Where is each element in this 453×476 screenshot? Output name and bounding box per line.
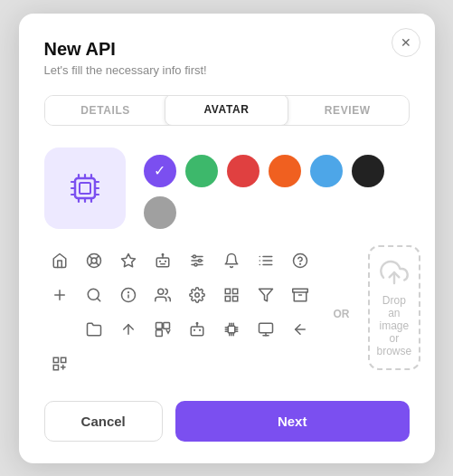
icon-archive[interactable]	[285, 280, 316, 310]
icon-help-circle[interactable]	[285, 245, 316, 276]
color-option-gray[interactable]	[144, 196, 176, 229]
icon-filter[interactable]	[250, 280, 281, 310]
icon-lifering[interactable]	[79, 245, 109, 276]
tab-review[interactable]: REVIEW	[287, 96, 408, 125]
svg-rect-51	[225, 296, 230, 300]
svg-marker-53	[259, 289, 272, 301]
color-palette: ✓	[144, 148, 410, 229]
svg-rect-21	[156, 258, 169, 267]
footer: Cancel Next	[44, 401, 410, 442]
svg-rect-58	[163, 322, 169, 328]
svg-line-17	[96, 262, 99, 265]
icon-chip[interactable]	[216, 314, 247, 345]
next-button[interactable]: Next	[175, 401, 410, 442]
svg-rect-83	[53, 365, 58, 369]
icon-components[interactable]	[147, 314, 178, 345]
svg-rect-59	[156, 329, 162, 336]
icon-settings[interactable]	[182, 280, 212, 310]
svg-point-30	[198, 259, 201, 262]
tab-details[interactable]: DETAILS	[45, 96, 166, 125]
icon-grid-plus[interactable]	[44, 348, 75, 379]
color-option-black[interactable]	[352, 155, 384, 187]
icon-robot[interactable]	[147, 245, 178, 276]
icons-grid-wrap	[44, 245, 316, 383]
svg-rect-49	[225, 289, 230, 293]
or-label: OR	[330, 308, 354, 320]
icon-bell[interactable]	[216, 245, 247, 276]
icon-home[interactable]	[44, 245, 75, 276]
icons-grid	[44, 245, 316, 379]
close-button[interactable]: ✕	[392, 28, 420, 57]
color-option-red[interactable]	[227, 155, 260, 187]
modal-subtitle: Let's fill the necessary info first!	[44, 63, 410, 77]
icon-info[interactable]	[113, 280, 144, 310]
color-option-blue[interactable]	[310, 155, 343, 187]
svg-point-47	[157, 289, 163, 294]
svg-rect-64	[228, 326, 235, 333]
icon-folder[interactable]	[79, 314, 109, 345]
icon-sort[interactable]	[113, 314, 144, 345]
svg-marker-20	[121, 253, 135, 266]
svg-point-48	[194, 292, 199, 297]
svg-line-16	[89, 255, 91, 258]
icon-star[interactable]	[113, 245, 144, 276]
icons-section: OR Drop an image or browse	[44, 245, 410, 383]
icon-monitor[interactable]	[250, 314, 281, 345]
svg-point-22	[162, 253, 164, 255]
svg-rect-0	[75, 178, 95, 198]
svg-line-18	[96, 255, 99, 258]
icon-placeholder-1	[44, 314, 75, 345]
avatar-section: ✓	[44, 148, 410, 229]
modal: ✕ New API Let's fill the necessary info …	[19, 14, 435, 463]
svg-rect-1	[80, 183, 90, 194]
icon-grid[interactable]	[216, 280, 247, 310]
svg-line-19	[89, 262, 91, 265]
svg-point-31	[194, 263, 197, 266]
drop-zone-label: Drop an image or browse	[377, 294, 412, 357]
upload-icon	[380, 258, 409, 287]
svg-rect-77	[259, 323, 272, 333]
svg-rect-52	[232, 296, 237, 300]
svg-rect-81	[53, 357, 58, 362]
svg-rect-54	[292, 289, 307, 292]
svg-rect-60	[191, 327, 203, 336]
cancel-button[interactable]: Cancel	[44, 401, 163, 442]
icon-search[interactable]	[79, 280, 109, 310]
chip-icon	[63, 167, 107, 210]
tabs: DETAILS AVATAR REVIEW	[44, 95, 410, 126]
color-option-green[interactable]	[185, 155, 218, 187]
tab-avatar[interactable]: AVATAR	[165, 95, 288, 126]
svg-rect-57	[156, 322, 162, 328]
svg-rect-50	[232, 289, 237, 293]
modal-title: New API	[44, 39, 410, 60]
svg-point-29	[193, 255, 195, 258]
avatar-preview	[44, 148, 126, 229]
color-option-purple[interactable]: ✓	[144, 155, 176, 187]
drop-zone[interactable]: Drop an image or browse	[368, 245, 421, 370]
svg-line-43	[97, 298, 99, 300]
svg-point-61	[196, 322, 198, 324]
icon-bot[interactable]	[182, 314, 212, 345]
svg-rect-82	[61, 357, 65, 362]
icon-plus[interactable]	[44, 280, 75, 310]
icon-list[interactable]	[250, 245, 281, 276]
close-icon: ✕	[401, 35, 411, 50]
icon-users[interactable]	[147, 280, 178, 310]
icon-arrow-left[interactable]	[285, 314, 316, 345]
color-option-orange[interactable]	[269, 155, 301, 187]
icon-sliders[interactable]	[182, 245, 212, 276]
